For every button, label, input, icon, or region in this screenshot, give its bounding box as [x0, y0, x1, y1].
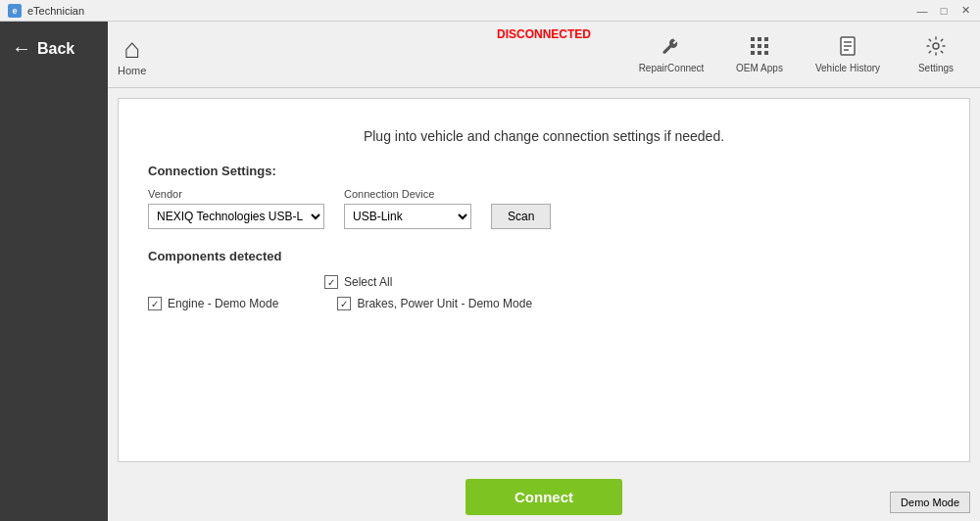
- repair-connect-label: RepairConnect: [639, 63, 705, 73]
- connection-settings-label: Connection Settings:: [148, 164, 940, 178]
- svg-rect-7: [758, 51, 761, 55]
- settings-label: Settings: [918, 63, 954, 73]
- vehicle-history-button[interactable]: Vehicle History: [813, 35, 882, 73]
- svg-point-13: [933, 43, 939, 49]
- instruction-text: Plug into vehicle and change connection …: [148, 128, 940, 144]
- sidebar: ← Back: [0, 22, 108, 521]
- device-field-group: Connection Device USB-Link: [344, 188, 471, 229]
- vendor-label: Vendor: [148, 188, 324, 200]
- toolbar-right: RepairConnect: [637, 35, 970, 73]
- demo-mode-button[interactable]: Demo Mode: [890, 492, 970, 513]
- grid-icon: [749, 35, 770, 63]
- home-icon: ⌂: [123, 33, 140, 65]
- app-title: eTechnician: [27, 5, 84, 17]
- connect-button[interactable]: Connect: [466, 479, 622, 515]
- svg-rect-3: [751, 44, 755, 48]
- window-controls[interactable]: — □ ✕: [915, 4, 972, 18]
- content-area: Plug into vehicle and change connection …: [118, 98, 970, 462]
- minimize-button[interactable]: —: [915, 4, 929, 18]
- component-item-brakes: Brakes, Power Unit - Demo Mode: [337, 297, 532, 310]
- title-bar: e eTechnician — □ ✕: [0, 0, 980, 22]
- document-icon: [837, 35, 858, 63]
- wrench-icon: [661, 35, 682, 63]
- home-button[interactable]: ⌂ Home: [118, 33, 146, 76]
- svg-rect-0: [751, 37, 755, 41]
- main-area: ⌂ Home DISCONNECTED RepairConnect: [108, 22, 980, 521]
- select-all-label: Select All: [344, 275, 392, 289]
- components-row: Engine - Demo Mode Brakes, Power Unit - …: [148, 297, 940, 310]
- vendor-select[interactable]: NEXIQ Technologies USB-Link: [148, 204, 324, 229]
- connection-row: Vendor NEXIQ Technologies USB-Link Conne…: [148, 188, 940, 229]
- home-label: Home: [118, 65, 146, 76]
- app-container: ← Back ⌂ Home DISCONNECTED RepairConnect: [0, 22, 980, 521]
- disconnected-label: DISCONNECTED: [497, 27, 591, 41]
- settings-button[interactable]: Settings: [902, 35, 970, 73]
- vehicle-history-label: Vehicle History: [815, 63, 880, 73]
- engine-checkbox[interactable]: [148, 297, 162, 310]
- back-label: Back: [37, 40, 74, 58]
- repair-connect-button[interactable]: RepairConnect: [637, 35, 706, 73]
- brakes-label: Brakes, Power Unit - Demo Mode: [357, 297, 532, 310]
- oem-apps-label: OEM Apps: [736, 63, 783, 73]
- title-bar-left: e eTechnician: [8, 4, 84, 18]
- svg-rect-8: [764, 51, 768, 55]
- svg-rect-5: [764, 44, 768, 48]
- svg-rect-4: [758, 44, 761, 48]
- brakes-checkbox[interactable]: [337, 297, 351, 310]
- components-detected-label: Components detected: [148, 249, 940, 263]
- component-item-engine: Engine - Demo Mode: [148, 297, 278, 310]
- svg-rect-2: [764, 37, 768, 41]
- engine-label: Engine - Demo Mode: [168, 297, 278, 310]
- back-button[interactable]: ← Back: [0, 29, 108, 68]
- device-select[interactable]: USB-Link: [344, 204, 471, 229]
- close-button[interactable]: ✕: [958, 4, 972, 18]
- scan-button[interactable]: Scan: [491, 204, 551, 229]
- back-arrow-icon: ←: [12, 37, 31, 60]
- connection-device-label: Connection Device: [344, 188, 471, 200]
- toolbar: ⌂ Home DISCONNECTED RepairConnect: [108, 22, 980, 88]
- oem-apps-button[interactable]: OEM Apps: [725, 35, 794, 73]
- settings-icon: [925, 35, 947, 63]
- vendor-field-group: Vendor NEXIQ Technologies USB-Link: [148, 188, 324, 229]
- maximize-button[interactable]: □: [937, 4, 951, 18]
- bottom-bar: Connect Demo Mode: [108, 472, 980, 521]
- svg-rect-6: [751, 51, 755, 55]
- app-icon: e: [8, 4, 22, 18]
- svg-rect-1: [758, 37, 761, 41]
- select-all-row: Select All: [324, 275, 940, 289]
- select-all-checkbox[interactable]: [324, 275, 338, 289]
